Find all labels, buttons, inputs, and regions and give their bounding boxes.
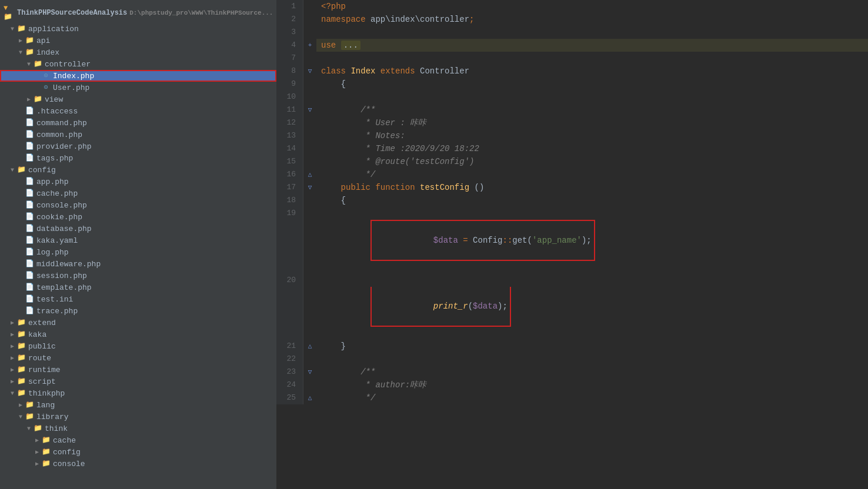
line-content-24: * author:咔咔 [316,379,868,391]
php-icon-provider: 📄 [25,142,34,151]
arrow-extend: ▶ [8,319,16,326]
line-number-16: 16 [276,168,303,181]
tree-item-template-php[interactable]: 📄 template.php [0,282,276,293]
tree-item-database-php[interactable]: 📄 database.php [0,223,276,235]
tree-item-library[interactable]: ▼ 📁 library [0,411,276,423]
tree-item-route[interactable]: ▶ 📁 route [0,352,276,364]
tree-item-config-think[interactable]: ▶ 📁 config [0,446,276,458]
label-test-ini: test.ini [36,295,73,304]
label-lang: lang [36,401,55,410]
code-line-3: 3 [276,26,868,39]
tree-item-command[interactable]: 📄 command.php [0,117,276,129]
code-line-14: 14 * Time :2020/9/20 18:22 [276,142,868,155]
gutter-9 [303,78,316,91]
code-line-21: 21 △ } [276,340,868,353]
tree-item-console-think[interactable]: ▶ 📁 console [0,458,276,470]
gutter-4[interactable]: + [303,39,316,52]
code-line-9: 9 { [276,78,868,91]
code-content: 1 <?php 2 namespace app\index\controller… [276,0,868,489]
code-line-7: 7 [276,52,868,65]
tree-item-htaccess[interactable]: 📄 .htaccess [0,105,276,117]
gutter-21[interactable]: △ [303,340,316,353]
tree-item-thinkphp[interactable]: ▼ 📁 thinkphp [0,387,276,399]
gutter-24 [303,379,316,391]
tree-item-test-ini[interactable]: 📄 test.ini [0,293,276,305]
code-line-24: 24 * author:咔咔 [276,379,868,391]
label-script: script [28,377,56,386]
tree-item-lang[interactable]: ▶ 📁 lang [0,399,276,411]
gutter-17[interactable]: ▽ [303,181,316,194]
label-controller: controller [45,60,91,69]
tree-item-index-php[interactable]: ⊙ Index.php [0,70,276,82]
line-number-3: 3 [276,26,303,39]
line-content-15: * @route('testConfig') [316,155,868,168]
tree-item-session-php[interactable]: 📄 session.php [0,270,276,282]
line-number-14: 14 [276,142,303,155]
tree-item-config[interactable]: ▼ 📁 config [0,164,276,176]
tree-item-think[interactable]: ▼ 📁 think [0,423,276,434]
tree-item-kaka[interactable]: ▶ 📁 kaka [0,329,276,340]
tree-item-cache-php[interactable]: 📄 cache.php [0,187,276,199]
arrow-controller: ▼ [25,61,33,68]
gutter-23[interactable]: ▽ [303,366,316,379]
line-content-16: */ [316,168,868,181]
tree-item-view[interactable]: ▶ 📁 view [0,93,276,105]
tree-item-user-php[interactable]: ⊙ User.php [0,82,276,93]
label-api: api [36,36,50,45]
label-app-php: app.php [36,177,69,186]
code-line-13: 13 * Notes: [276,129,868,142]
gutter-16[interactable]: △ [303,168,316,181]
tree-item-extend[interactable]: ▶ 📁 extend [0,317,276,329]
label-config: config [28,166,56,175]
tree-item-controller[interactable]: ▼ 📁 controller [0,58,276,70]
line-number-22: 22 [276,353,303,366]
tree-item-log-php[interactable]: 📄 log.php [0,246,276,258]
code-line-11: 11 ▽ /** [276,103,868,116]
tree-item-provider[interactable]: 📄 provider.php [0,140,276,152]
project-header: ▼ 📁 ThinkPHPSourceCodeAnalysis D:\phpstu… [0,2,276,23]
gutter-8[interactable]: ▽ [303,65,316,78]
line-content-13: * Notes: [316,129,868,142]
tree-item-public[interactable]: ▶ 📁 public [0,340,276,352]
code-line-22: 22 [276,353,868,366]
tree-item-trace-php[interactable]: 📄 trace.php [0,305,276,317]
arrow-config-think: ▶ [33,448,41,455]
tree-item-kaka-yaml[interactable]: 📄 kaka.yaml [0,235,276,246]
file-tree-sidebar[interactable]: ▼ 📁 ThinkPHPSourceCodeAnalysis D:\phpstu… [0,0,276,489]
tree-item-app-php[interactable]: 📄 app.php [0,176,276,187]
php-icon-cookie: 📄 [25,212,34,222]
tree-item-application[interactable]: ▼ 📁 application [0,23,276,35]
folder-icon-index: 📁 [25,48,34,57]
ini-icon-test: 📄 [25,294,34,304]
label-template-php: template.php [36,283,92,292]
folder-icon-public: 📁 [16,341,26,351]
tree-item-runtime[interactable]: ▶ 📁 runtime [0,364,276,376]
tree-item-api[interactable]: ▶ 📁 api [0,35,276,46]
tree-item-tags[interactable]: 📄 tags.php [0,152,276,164]
label-application: application [28,25,79,34]
label-cache-think: cache [53,436,76,445]
tree-item-middleware-php[interactable]: 📄 middleware.php [0,258,276,270]
label-library: library [36,413,69,421]
gutter-11[interactable]: ▽ [303,103,316,116]
label-public: public [28,342,56,351]
tree-item-cache-think[interactable]: ▶ 📁 cache [0,434,276,446]
code-line-19: 19 $data = Config::get('app_name'); [276,207,868,274]
tree-item-script[interactable]: ▶ 📁 script [0,376,276,387]
line-number-8: 8 [276,65,303,78]
folder-icon-script: 📁 [16,377,26,386]
gutter-25[interactable]: △ [303,391,316,404]
line-number-21: 21 [276,340,303,353]
arrow-thinkphp: ▼ [8,390,16,397]
line-content-4: use ... [316,39,868,52]
tree-item-common[interactable]: 📄 common.php [0,129,276,140]
label-session-php: session.php [36,272,87,280]
label-cache-php: cache.php [36,189,78,198]
line-content-23: /** [316,366,868,379]
label-middleware-php: middleware.php [36,260,101,269]
tree-item-console-php[interactable]: 📄 console.php [0,199,276,211]
yaml-icon-kaka: 📄 [25,236,34,245]
folder-icon-cache-think: 📁 [41,436,51,445]
tree-item-index[interactable]: ▼ 📁 index [0,46,276,58]
tree-item-cookie-php[interactable]: 📄 cookie.php [0,211,276,223]
